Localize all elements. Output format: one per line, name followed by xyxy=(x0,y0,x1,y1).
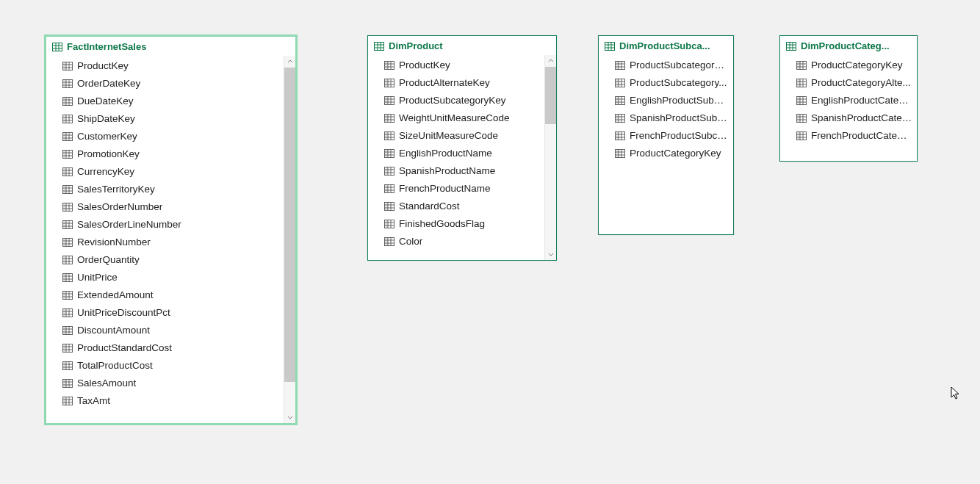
column-item[interactable]: DiscountAmount xyxy=(46,322,284,339)
column-name: CurrencyKey xyxy=(77,165,134,178)
column-item[interactable]: FrenchProductCatego... xyxy=(780,127,917,145)
column-icon xyxy=(384,96,394,105)
column-item[interactable]: SizeUnitMeasureCode xyxy=(368,127,544,145)
column-item[interactable]: OrderQuantity xyxy=(46,251,284,269)
scroll-track[interactable] xyxy=(545,67,556,248)
column-item[interactable]: OrderDateKey xyxy=(46,75,284,93)
column-icon xyxy=(384,237,394,246)
column-name: OrderDateKey xyxy=(77,77,140,90)
column-item[interactable]: SalesTerritoryKey xyxy=(46,181,284,198)
scroll-down-button[interactable] xyxy=(284,411,295,423)
column-item[interactable]: FrenchProductName xyxy=(368,180,544,198)
column-name: ShipDateKey xyxy=(77,112,135,126)
column-item[interactable]: TotalProductCost xyxy=(46,357,284,375)
column-item[interactable]: ProductKey xyxy=(368,57,544,74)
column-item[interactable]: DueDateKey xyxy=(46,93,284,110)
entity-header[interactable]: FactInternetSales xyxy=(46,37,295,56)
column-item[interactable]: ProductStandardCost xyxy=(46,339,284,357)
column-item[interactable]: EnglishProductName xyxy=(368,145,544,162)
column-item[interactable]: SpanishProductCateg... xyxy=(780,109,917,127)
chevron-down-icon xyxy=(287,414,293,420)
column-item[interactable]: ProductSubcategoryK... xyxy=(599,57,733,74)
column-item[interactable]: UnitPrice xyxy=(46,269,284,286)
column-icon xyxy=(615,131,625,140)
entity-dimproductsubcategory[interactable]: DimProductSubca...ProductSubcategoryK...… xyxy=(598,35,734,235)
column-item[interactable]: TaxAmt xyxy=(46,392,284,410)
column-item[interactable]: SpanishProductSubca... xyxy=(599,109,733,127)
entity-title: DimProductCateg... xyxy=(801,40,890,51)
column-icon xyxy=(62,203,73,212)
column-icon xyxy=(384,220,394,228)
entity-title: DimProduct xyxy=(389,40,443,51)
column-item[interactable]: ExtendedAmount xyxy=(46,286,284,304)
column-item[interactable]: ProductCategoryKey xyxy=(780,57,917,74)
entity-body: ProductKeyOrderDateKeyDueDateKeyShipDate… xyxy=(46,56,295,423)
column-item[interactable]: ProductAlternateKey xyxy=(368,74,544,92)
chevron-up-icon xyxy=(548,58,554,64)
column-item[interactable]: ProductSubcategory... xyxy=(599,74,733,92)
entity-header[interactable]: DimProductCateg... xyxy=(780,36,917,55)
column-name: ProductSubcategoryKey xyxy=(399,94,506,107)
column-item[interactable]: PromotionKey xyxy=(46,145,284,163)
column-item[interactable]: SpanishProductName xyxy=(368,162,544,180)
entity-title: DimProductSubca... xyxy=(619,40,710,51)
column-icon xyxy=(384,167,394,176)
column-item[interactable]: ShipDateKey xyxy=(46,110,284,128)
column-name: DiscountAmount xyxy=(77,324,150,337)
column-icon xyxy=(796,61,807,70)
column-item[interactable]: UnitPriceDiscountPct xyxy=(46,304,284,322)
table-icon xyxy=(374,42,384,51)
entity-header[interactable]: DimProductSubca... xyxy=(599,36,733,55)
column-item[interactable]: WeightUnitMeasureCode xyxy=(368,109,544,127)
scroll-down-button[interactable] xyxy=(545,248,556,260)
column-name: SpanishProductSubca... xyxy=(630,112,729,125)
column-name: CustomerKey xyxy=(77,130,137,143)
column-item[interactable]: SalesOrderLineNumber xyxy=(46,216,284,234)
column-item[interactable]: CurrencyKey xyxy=(46,163,284,181)
table-icon xyxy=(52,43,62,51)
column-item[interactable]: ProductCategoryAlte... xyxy=(780,74,917,92)
column-name: ProductSubcategoryK... xyxy=(630,59,729,72)
scroll-up-button[interactable] xyxy=(284,56,295,68)
column-icon xyxy=(62,326,73,335)
column-item[interactable]: CustomerKey xyxy=(46,128,284,145)
column-item[interactable]: ProductKey xyxy=(46,57,284,75)
column-name: OrderQuantity xyxy=(77,253,140,267)
column-icon xyxy=(384,202,394,211)
column-name: ProductCategoryAlte... xyxy=(811,76,911,90)
column-name: UnitPrice xyxy=(77,271,118,284)
column-icon xyxy=(384,61,394,70)
scroll-thumb[interactable] xyxy=(545,67,556,124)
column-icon xyxy=(62,185,73,194)
column-item[interactable]: StandardCost xyxy=(368,198,544,215)
column-icon xyxy=(796,79,807,87)
column-icon xyxy=(62,150,73,159)
column-item[interactable]: SalesAmount xyxy=(46,375,284,392)
scroll-track[interactable] xyxy=(284,68,295,411)
column-name: ProductCategoryKey xyxy=(811,59,903,72)
column-item[interactable]: EnglishProductSubcat... xyxy=(599,92,733,109)
column-icon xyxy=(796,131,807,140)
column-item[interactable]: ProductCategoryKey xyxy=(599,145,733,162)
column-name: PromotionKey xyxy=(77,148,140,161)
column-icon xyxy=(615,79,625,87)
scrollbar[interactable] xyxy=(544,55,556,260)
column-icon xyxy=(615,96,625,105)
column-item[interactable]: FinishedGoodsFlag xyxy=(368,215,544,233)
column-item[interactable]: FrenchProductSubcat... xyxy=(599,127,733,145)
scrollbar[interactable] xyxy=(284,56,295,423)
column-name: SizeUnitMeasureCode xyxy=(399,129,498,142)
column-item[interactable]: EnglishProductCateg... xyxy=(780,92,917,109)
column-icon xyxy=(796,96,807,105)
scroll-up-button[interactable] xyxy=(545,55,556,67)
entity-header[interactable]: DimProduct xyxy=(368,36,556,55)
column-item[interactable]: ProductSubcategoryKey xyxy=(368,92,544,109)
column-item[interactable]: Color xyxy=(368,233,544,250)
column-item[interactable]: SalesOrderNumber xyxy=(46,198,284,216)
entity-factinternetsales[interactable]: FactInternetSalesProductKeyOrderDateKeyD… xyxy=(45,35,297,425)
column-item[interactable]: RevisionNumber xyxy=(46,234,284,251)
column-name: SalesTerritoryKey xyxy=(77,183,155,196)
scroll-thumb[interactable] xyxy=(284,68,295,382)
entity-dimproduct[interactable]: DimProductProductKeyProductAlternateKeyP… xyxy=(367,35,557,261)
entity-dimproductcategory[interactable]: DimProductCateg...ProductCategoryKeyProd… xyxy=(779,35,918,162)
